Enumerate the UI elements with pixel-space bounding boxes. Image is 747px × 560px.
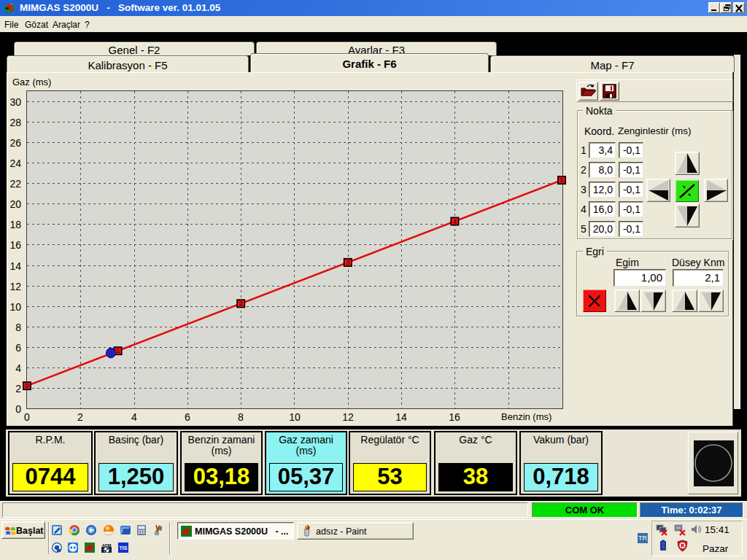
svg-text:3: 3 [346, 259, 349, 266]
svg-text:4: 4 [453, 218, 457, 225]
svg-text:5: 5 [560, 176, 564, 184]
svg-text:ADM: ADM [102, 543, 112, 548]
svg-text:0: 0 [26, 382, 29, 389]
svg-text:1: 1 [116, 347, 120, 354]
svg-text:TIS: TIS [120, 545, 128, 551]
svg-text:2: 2 [239, 300, 243, 307]
